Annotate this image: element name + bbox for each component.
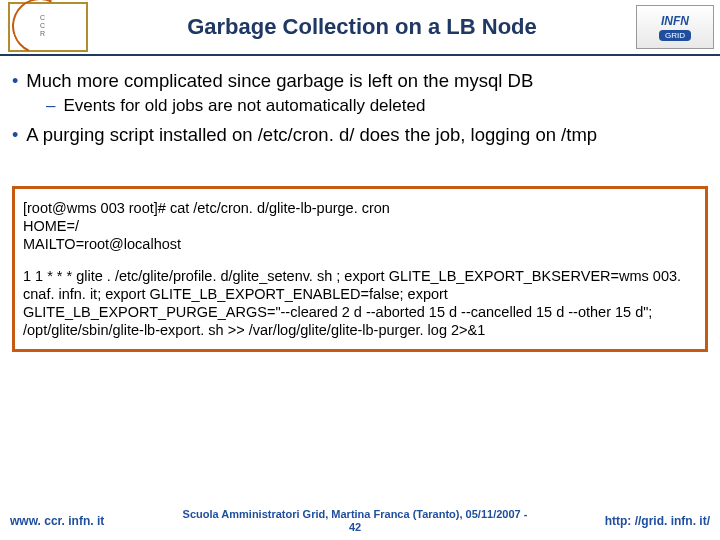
bullet-text: A purging script installed on /etc/cron.… [26,124,597,146]
code-line: [root@wms 003 root]# cat /etc/cron. d/gl… [23,199,697,217]
slide-header: CCR Garbage Collection on a LB Node INFN… [0,0,720,56]
logo-right-top: INFN [661,14,689,28]
logo-left: CCR [8,2,88,52]
bullet-dot-icon: • [12,70,18,92]
footer-center-line2: 42 [349,521,361,533]
code-line: 1 1 * * * glite . /etc/glite/profile. d/… [23,267,697,339]
slide-content: • Much more complicated since garbage is… [0,56,720,158]
bullet-dash-icon: – [46,96,55,116]
footer-left: www. ccr. infn. it [10,514,130,528]
footer-right: http: //grid. infn. it/ [580,514,710,528]
bullet-dot-icon: • [12,124,18,146]
bullet-item: • A purging script installed on /etc/cro… [12,124,708,146]
code-line: MAILTO=root@localhost [23,235,697,253]
slide-footer: www. ccr. infn. it Scuola Amministratori… [0,508,720,534]
code-block: [root@wms 003 root]# cat /etc/cron. d/gl… [23,199,697,253]
slide-title: Garbage Collection on a LB Node [96,14,636,40]
bullet-text: Much more complicated since garbage is l… [26,70,533,92]
sub-bullet-text: Events for old jobs are not automaticall… [63,96,425,116]
logo-right-bottom: GRID [659,30,691,41]
code-block: 1 1 * * * glite . /etc/glite/profile. d/… [23,267,697,339]
logo-right: INFN GRID [636,5,714,49]
code-box: [root@wms 003 root]# cat /etc/cron. d/gl… [12,186,708,352]
code-line: HOME=/ [23,217,697,235]
footer-center: Scuola Amministratori Grid, Martina Fran… [130,508,580,534]
footer-center-line1: Scuola Amministratori Grid, Martina Fran… [183,508,528,520]
sub-bullet-item: – Events for old jobs are not automatica… [46,96,708,116]
bullet-item: • Much more complicated since garbage is… [12,70,708,92]
